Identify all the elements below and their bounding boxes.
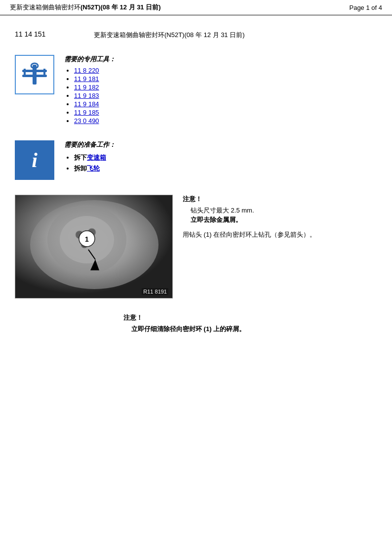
tool-link-4[interactable]: 11 9 183 [74,92,99,99]
prereq-link-2[interactable]: 飞轮 [87,165,100,172]
tools-content: 需要的专用工具： 11 8 220 11 9 181 11 9 182 11 9… [64,55,377,126]
note2-section: 注意！ 立即仔细清除径向密封环 (1) 上的碎屑。 [123,313,377,334]
step1-text: 用钻头 (1) 在径向密封环上钻孔（参见箭头）。 [183,230,377,240]
tool-link-1[interactable]: 11 8 220 [74,67,99,74]
list-item: 11 9 184 [74,100,377,108]
tools-title: 需要的专用工具： [64,55,377,64]
page-number: Page 1 of 4 [349,4,382,11]
doc-id-section: 11 14 151 更新变速箱侧曲轴密封环(N52T)(08 年 12 月 31… [15,30,377,40]
svg-rect-2 [24,69,26,75]
note1-line2: 立即去除金属屑。 [191,215,377,225]
tools-section: 需要的专用工具： 11 8 220 11 9 181 11 9 182 11 9… [15,55,377,126]
prereq-content: 需要的准备工作： 拆下变速箱 拆卸飞轮 [64,140,377,175]
main-content: 11 14 151 更新变速箱侧曲轴密封环(N52T)(08 年 12 月 31… [0,15,392,353]
list-item: 拆卸飞轮 [74,164,377,173]
doc-id: 11 14 151 [15,30,74,40]
step1-image-svg: 1 [15,195,173,299]
list-item: 23 0 490 [74,117,377,125]
header-title: 更新变速箱侧曲轴密封环(N52T)(08 年 12 月 31 日前) [10,3,161,12]
tools-list: 11 8 220 11 9 181 11 9 182 11 9 183 11 9… [64,67,377,125]
list-item: 11 9 185 [74,109,377,116]
step1-image: 1 R11 8191 [15,195,173,299]
step1-image-inner: 1 R11 8191 [15,195,172,298]
image-ref: R11 8191 [142,288,168,295]
list-item: 11 8 220 [74,67,377,74]
list-item: 11 9 182 [74,84,377,91]
list-item: 拆下变速箱 [74,153,377,162]
tool-icon-box [15,55,54,94]
info-icon-box: i [15,140,54,180]
list-item: 11 9 183 [74,92,377,99]
tool-link-3[interactable]: 11 9 182 [74,84,99,91]
doc-title: 更新变速箱侧曲轴密封环(N52T)(08 年 12 月 31 日前) [94,30,245,40]
prereq-list: 拆下变速箱 拆卸飞轮 [64,153,377,173]
prereq-section: i 需要的准备工作： 拆下变速箱 拆卸飞轮 [15,140,377,180]
tool-link-7[interactable]: 23 0 490 [74,117,99,125]
svg-text:1: 1 [85,235,89,243]
info-icon: i [32,148,38,172]
tool-link-6[interactable]: 11 9 185 [74,109,99,116]
note2-title: 注意！ [123,313,377,322]
tool-link-2[interactable]: 11 9 181 [74,75,99,83]
list-item: 11 9 181 [74,75,377,83]
note1-title: 注意！ [183,195,377,204]
prereq-link-1[interactable]: 变速箱 [87,154,106,161]
prereq-title: 需要的准备工作： [64,140,377,149]
page-header: 更新变速箱侧曲轴密封环(N52T)(08 年 12 月 31 日前) Page … [0,0,392,15]
step1-content: 注意！ 钻头尺寸最大 2.5 mm. 立即去除金属屑。 用钻头 (1) 在径向密… [183,195,377,240]
tool-link-5[interactable]: 11 9 184 [74,100,99,108]
note1-line1: 钻头尺寸最大 2.5 mm. [191,206,377,215]
note1-content: 钻头尺寸最大 2.5 mm. 立即去除金属屑。 [183,206,377,225]
step1-section: 1 R11 8191 注意！ 钻头尺寸最大 2.5 mm. 立即去除金属屑。 用… [15,195,377,299]
note2-content: 立即仔细清除径向密封环 (1) 上的碎屑。 [123,324,377,334]
tools-icon [20,60,49,89]
svg-rect-3 [43,69,45,75]
